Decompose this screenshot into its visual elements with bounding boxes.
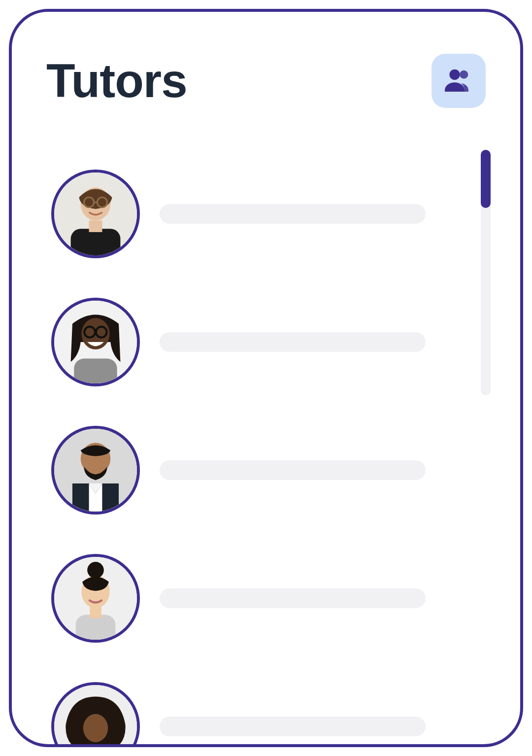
avatar [51,426,140,515]
avatar [51,554,140,643]
svg-rect-5 [89,220,102,232]
svg-point-1 [460,70,468,79]
tutors-card: Tutors [9,9,523,747]
list-item[interactable] [51,150,426,278]
svg-point-0 [449,69,460,80]
avatar [51,682,140,747]
page-title: Tutors [46,54,187,108]
scrollbar[interactable] [481,150,491,395]
name-placeholder [160,460,426,480]
name-placeholder [160,717,426,736]
svg-point-24 [83,714,108,742]
svg-rect-22 [90,607,101,619]
scrollbar-thumb[interactable] [481,150,491,208]
people-icon [443,64,474,98]
avatar [51,298,140,386]
list-item[interactable] [51,406,426,534]
svg-point-20 [87,562,104,579]
svg-rect-21 [76,615,116,640]
header: Tutors [46,51,486,110]
list-item[interactable] [51,534,426,662]
svg-rect-14 [74,359,117,383]
people-button[interactable] [432,54,486,108]
list-item[interactable] [51,662,426,747]
avatar [51,170,140,258]
list-item[interactable] [51,278,426,406]
tutor-list [51,150,426,747]
name-placeholder [160,204,426,224]
name-placeholder [160,588,426,608]
name-placeholder [160,332,426,352]
svg-rect-4 [71,229,121,255]
